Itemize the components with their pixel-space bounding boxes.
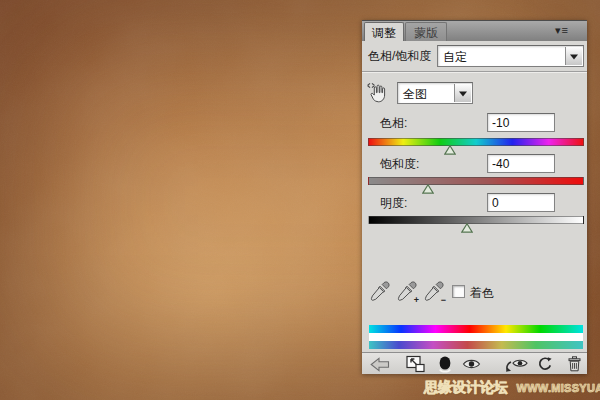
panel-menu-icon[interactable]: ▾≡ — [555, 24, 569, 37]
minus-modifier: − — [441, 295, 446, 305]
clip-to-layer-button[interactable] — [435, 354, 455, 374]
previous-state-button[interactable] — [503, 354, 531, 374]
hue-value-input[interactable] — [487, 113, 555, 132]
spectrum-gap — [369, 333, 583, 341]
back-arrow-icon — [370, 357, 390, 372]
preset-dropdown-button[interactable] — [565, 47, 582, 65]
eyedropper-add-button[interactable]: + — [395, 281, 417, 303]
delete-button[interactable] — [563, 354, 585, 374]
channel-dropdown[interactable]: 全图 — [397, 82, 473, 104]
panel-toolbar — [362, 352, 587, 374]
adjustments-panel: 调整 蒙版 ▾≡ 色相/饱和度 自定 全图 色相: — [362, 20, 587, 374]
panel-tab-bar: 调整 蒙版 ▾≡ — [362, 20, 587, 41]
chevron-down-icon — [459, 92, 467, 97]
reset-button[interactable] — [534, 354, 556, 374]
adjustment-type-label: 色相/饱和度 — [368, 48, 431, 65]
lightness-value-input[interactable] — [487, 193, 555, 212]
spectrum-original-bar — [369, 325, 583, 333]
chevron-down-icon — [570, 55, 578, 60]
hue-spectrum-preview — [369, 325, 583, 349]
reset-icon — [537, 356, 553, 372]
eye-history-icon — [505, 357, 529, 372]
tab-adjustments[interactable]: 调整 — [364, 22, 404, 42]
lightness-marker-track — [368, 223, 584, 233]
preset-dropdown[interactable]: 自定 — [437, 45, 584, 67]
saturation-label: 饱和度: — [380, 156, 419, 173]
saturation-slider-marker[interactable] — [422, 184, 434, 194]
channel-dropdown-button[interactable] — [454, 84, 471, 102]
preset-dropdown-value: 自定 — [443, 49, 467, 66]
trash-icon — [568, 356, 581, 372]
spectrum-adjusted-bar — [369, 341, 583, 349]
hue-label: 色相: — [380, 115, 407, 132]
eyedropper-subtract-button[interactable]: − — [422, 281, 444, 303]
hue-slider-marker[interactable] — [444, 145, 456, 155]
divider — [362, 71, 587, 73]
colorize-label: 着色 — [470, 285, 494, 302]
expand-view-icon — [405, 355, 426, 373]
tab-masks[interactable]: 蒙版 — [405, 22, 447, 42]
eye-icon — [462, 358, 481, 370]
plus-modifier: + — [414, 295, 419, 305]
scrubby-hand-icon — [366, 80, 392, 104]
eyedropper-button[interactable] — [368, 281, 390, 303]
channel-dropdown-value: 全图 — [403, 86, 427, 103]
switch-view-button[interactable] — [403, 354, 427, 374]
clip-to-layer-icon — [437, 355, 453, 373]
saturation-value-input[interactable] — [487, 154, 555, 173]
back-arrow-button[interactable] — [368, 354, 392, 374]
lightness-label: 明度: — [380, 195, 407, 212]
eyedropper-icon — [368, 281, 390, 303]
panel-body: 色相/饱和度 自定 全图 色相: 饱和度: — [362, 41, 587, 352]
lightness-slider-marker[interactable] — [461, 223, 473, 233]
targeted-adjustment-tool-button[interactable] — [366, 80, 392, 104]
visibility-button[interactable] — [459, 354, 483, 374]
colorize-checkbox[interactable] — [452, 285, 465, 298]
